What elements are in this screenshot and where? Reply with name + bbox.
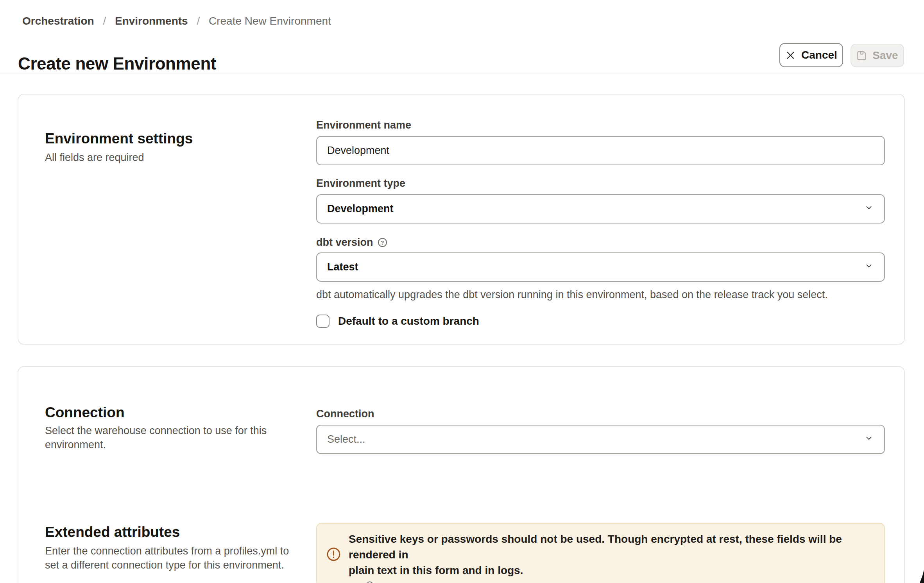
- connection-field-label-text: Connection: [316, 408, 374, 420]
- extended-attributes-subtext: Enter the connection attributes from a p…: [45, 544, 289, 572]
- breadcrumb-item-current: Create New Environment: [209, 15, 331, 27]
- chevron-down-icon: [864, 261, 874, 274]
- warning-text: Sensitive keys or passwords should not b…: [349, 531, 872, 578]
- connection-heading: Connection: [45, 404, 124, 421]
- custom-branch-label: Default to a custom branch: [338, 315, 479, 327]
- environment-settings-card: Environment settings All fields are requ…: [18, 94, 905, 345]
- environment-settings-form: Environment name Environment type Develo…: [316, 119, 885, 328]
- connection-field-label: Connection: [316, 408, 885, 420]
- dbt-version-helper-text: dbt automatically upgrades the dbt versi…: [316, 288, 885, 301]
- environment-type-select[interactable]: Development: [316, 194, 885, 224]
- dbt-version-select[interactable]: Latest: [316, 252, 885, 282]
- connection-subtext-line: Select the warehouse connection to use f…: [45, 424, 267, 438]
- extended-attributes-subtext-line: set a different connection type for this…: [45, 558, 289, 572]
- alert-circle-icon: [326, 547, 341, 563]
- help-question-icon[interactable]: ?: [378, 238, 387, 247]
- environment-type-label-text: Environment type: [316, 177, 405, 190]
- header-divider: [0, 73, 924, 73]
- extended-attributes-subtext-line: Enter the connection attributes from a p…: [45, 544, 289, 558]
- breadcrumb-item-orchestration[interactable]: Orchestration: [22, 15, 94, 27]
- breadcrumb: Orchestration / Environments / Create Ne…: [22, 15, 331, 27]
- chevron-down-icon: [864, 433, 874, 446]
- dbt-version-value: Latest: [327, 261, 358, 273]
- environment-name-label-text: Environment name: [316, 119, 411, 131]
- save-button[interactable]: Save: [851, 44, 904, 67]
- custom-branch-row: Default to a custom branch: [316, 315, 885, 328]
- connection-form: Connection Select...: [316, 408, 885, 454]
- page-title: Create new Environment: [18, 54, 216, 74]
- cursor-fragment: [919, 570, 924, 583]
- save-button-label: Save: [872, 49, 898, 62]
- environment-name-input[interactable]: [316, 136, 885, 165]
- cancel-button[interactable]: Cancel: [779, 43, 843, 67]
- connection-placeholder: Select...: [327, 433, 365, 445]
- warning-text-line: Sensitive keys or passwords should not b…: [349, 531, 872, 563]
- connection-card: Connection Select the warehouse connecti…: [18, 366, 905, 583]
- chevron-down-icon: [864, 202, 874, 215]
- environment-type-label: Environment type: [316, 177, 885, 190]
- environment-name-label: Environment name: [316, 119, 885, 131]
- save-icon: [856, 50, 867, 61]
- connection-subtext: Select the warehouse connection to use f…: [45, 424, 267, 452]
- close-icon: [785, 50, 796, 61]
- connection-subtext-line: environment.: [45, 438, 267, 452]
- extended-attributes-heading: Extended attributes: [45, 524, 180, 541]
- cancel-button-label: Cancel: [801, 49, 837, 61]
- breadcrumb-separator: /: [197, 15, 200, 27]
- dbt-version-label-text: dbt version: [316, 236, 373, 249]
- sensitive-keys-warning-banner: Sensitive keys or passwords should not b…: [316, 523, 885, 583]
- connection-select[interactable]: Select...: [316, 425, 885, 454]
- environment-type-value: Development: [327, 203, 394, 215]
- breadcrumb-item-environments[interactable]: Environments: [115, 15, 188, 27]
- warning-text-line: plain text in this form and in logs.: [349, 563, 872, 578]
- breadcrumb-separator: /: [103, 15, 106, 27]
- custom-branch-checkbox[interactable]: [316, 315, 329, 328]
- environment-settings-subtext: All fields are required: [45, 150, 144, 165]
- environment-settings-heading: Environment settings: [45, 130, 193, 147]
- dbt-version-label: dbt version ?: [316, 236, 885, 249]
